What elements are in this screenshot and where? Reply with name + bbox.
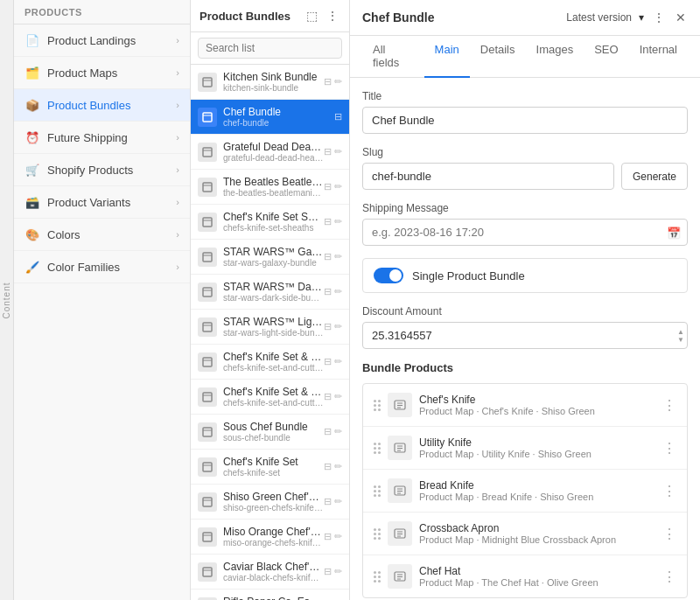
product-item-more-button[interactable]: ⋮ <box>662 483 676 499</box>
detail-panel: Chef Bundle Latest version ▾ ⋮ ✕ All fie… <box>350 0 700 600</box>
slug-row: Generate <box>362 163 688 190</box>
title-input[interactable] <box>362 107 688 134</box>
tab-all-fields[interactable]: All fields <box>362 36 424 78</box>
drag-handle[interactable] <box>374 400 381 411</box>
bundle-info: STAR WARS™ Light Sid... star-wars-light-… <box>223 316 324 338</box>
title-label: Title <box>362 90 688 102</box>
bundle-list-item[interactable]: Chef's Knife Set Sheaths chefs-knife-set… <box>191 205 349 240</box>
product-item-name: Bread Knife <box>419 479 655 492</box>
bundle-list-item[interactable]: Rifle Paper Co. Essential... rifle-paper… <box>191 590 349 600</box>
filter-icon: ⊟ <box>324 356 332 367</box>
drag-handle[interactable] <box>374 485 381 497</box>
slug-input[interactable] <box>362 163 614 190</box>
tab-main[interactable]: Main <box>424 36 470 78</box>
detail-panel-title: Chef Bundle <box>362 10 434 24</box>
product-item-sub: Product Map · The Chef Hat · Olive Green <box>419 577 655 588</box>
bundle-list-item[interactable]: STAR WARS™ Dark Side... star-wars-dark-s… <box>191 275 349 310</box>
bundle-slug: chefs-knife-set-and-cutting-... <box>223 398 324 408</box>
bundle-list-item[interactable]: STAR WARS™ Galaxy B... star-wars-galaxy-… <box>191 240 349 275</box>
product-icon <box>388 521 412 546</box>
detail-content: Title Slug Generate Shipping Message 📅 <box>350 78 700 600</box>
shipping-message-input[interactable] <box>362 219 688 246</box>
product-item-more-button[interactable]: ⋮ <box>662 526 676 542</box>
tab-internal[interactable]: Internal <box>629 36 688 78</box>
sidebar-item-shopify-products[interactable]: 🛒 Shopify Products › <box>14 154 190 186</box>
generate-button[interactable]: Generate <box>621 163 688 190</box>
more-options-icon[interactable]: ⋮ <box>325 7 340 24</box>
detail-header: Chef Bundle Latest version ▾ ⋮ ✕ <box>350 0 700 36</box>
bundle-list-item[interactable]: Caviar Black Chef's Knif... caviar-black… <box>191 555 349 590</box>
product-item-more-button[interactable]: ⋮ <box>662 440 676 457</box>
product-item-more-button[interactable]: ⋮ <box>662 569 676 585</box>
edit-icon: ✏ <box>334 76 342 87</box>
sidebar-item-colors[interactable]: 🎨 Colors › <box>14 219 190 251</box>
middle-panel: Product Bundles ⬚ ⋮ Kitchen Sink Bundle … <box>191 0 350 600</box>
tab-images[interactable]: Images <box>526 36 584 78</box>
edit-icon[interactable]: ⬚ <box>304 7 319 24</box>
single-product-bundle-toggle[interactable] <box>374 268 403 283</box>
svg-rect-10 <box>203 253 212 262</box>
middle-panel-header: Product Bundles ⬚ ⋮ <box>191 0 349 32</box>
version-dropdown[interactable]: ▾ <box>639 11 644 24</box>
chevron-right-icon: › <box>176 229 179 240</box>
tab-details[interactable]: Details <box>470 36 526 78</box>
bundle-name: Caviar Black Chef's Knif... <box>223 561 324 573</box>
bundle-list-item[interactable]: Grateful Dead Dead Hea... grateful-dead-… <box>191 135 349 170</box>
bundle-list-item[interactable]: Chef's Knife Set chefs-knife-set ⊟ ✏ <box>191 450 349 485</box>
edit-icon: ✏ <box>334 216 342 227</box>
bundle-product-item: Bread Knife Product Map · Bread Knife · … <box>363 470 687 513</box>
drag-handle[interactable] <box>374 571 381 583</box>
sidebar-item-product-landings[interactable]: 📄 Product Landings › <box>14 24 190 57</box>
search-input[interactable] <box>198 38 342 59</box>
chevron-right-icon: › <box>176 197 179 207</box>
bundle-thumb <box>198 317 217 337</box>
bundle-list-item[interactable]: Miso Orange Chef's Knif... miso-orange-c… <box>191 520 349 555</box>
bundle-thumb <box>198 213 217 232</box>
bundle-item-icons: ⊟ ✏ <box>324 391 342 402</box>
bundle-list-item[interactable]: Chef's Knife Set & Cutti... chefs-knife-… <box>191 380 349 415</box>
bundle-product-item: Crossback Apron Product Map · Midnight B… <box>363 513 687 555</box>
increment-arrow[interactable]: ▲ <box>677 328 684 335</box>
colors-label: Colors <box>47 228 176 241</box>
drag-handle[interactable] <box>374 528 381 540</box>
svg-rect-2 <box>203 113 212 122</box>
sidebar-item-product-maps[interactable]: 🗂️ Product Maps › <box>14 57 190 89</box>
bundle-info: The Beatles Beatlemani... the-beatles-be… <box>223 176 324 198</box>
sidebar-item-product-variants[interactable]: 🗃️ Product Variants › <box>14 186 190 219</box>
sidebar-header: Products <box>14 0 190 24</box>
bundle-list-item[interactable]: Sous Chef Bundle sous-chef-bundle ⊟ ✏ <box>191 415 349 450</box>
filter-icon: ⊟ <box>324 321 332 332</box>
bundle-product-item: Chef Hat Product Map · The Chef Hat · Ol… <box>363 555 687 597</box>
discount-amount-input[interactable] <box>362 322 688 349</box>
svg-rect-28 <box>203 568 212 576</box>
bundle-item-icons: ⊟ ✏ <box>324 321 342 332</box>
bundle-slug: kitchen-sink-bundle <box>223 83 324 93</box>
sidebar-item-product-bundles[interactable]: 📦 Product Bundles › <box>14 89 190 122</box>
sidebar-item-future-shipping[interactable]: ⏰ Future Shipping › <box>14 122 190 154</box>
bundle-list-item[interactable]: Chef Bundle chef-bundle ⊟ <box>191 100 349 135</box>
detail-close-icon[interactable]: ✕ <box>674 9 688 26</box>
bundle-info: Caviar Black Chef's Knif... caviar-black… <box>223 561 324 583</box>
bundle-info: Chef's Knife Set & Cutti... chefs-knife-… <box>223 386 324 408</box>
bundle-list-item[interactable]: STAR WARS™ Light Sid... star-wars-light-… <box>191 310 349 345</box>
single-product-bundle-row: Single Product Bundle <box>362 258 688 293</box>
bundle-list-item[interactable]: Chef's Knife Set & Cutti... chefs-knife-… <box>191 345 349 380</box>
drag-handle[interactable] <box>374 443 381 454</box>
svg-rect-16 <box>203 358 212 366</box>
bundle-list-item[interactable]: The Beatles Beatlemani... the-beatles-be… <box>191 170 349 205</box>
detail-more-icon[interactable]: ⋮ <box>651 9 667 26</box>
bundle-item-icons: ⊟ ✏ <box>324 181 342 192</box>
bundle-item-icons: ⊟ <box>334 111 342 122</box>
decrement-arrow[interactable]: ▼ <box>677 336 684 343</box>
bundle-list-item[interactable]: Kitchen Sink Bundle kitchen-sink-bundle … <box>191 65 349 100</box>
filter-icon: ⊟ <box>334 111 342 122</box>
color-families-icon: 🖌️ <box>24 259 40 275</box>
tab-seo[interactable]: SEO <box>584 36 628 78</box>
product-item-more-button[interactable]: ⋮ <box>662 397 676 414</box>
bundle-thumb <box>198 562 217 582</box>
edit-icon: ✏ <box>334 426 342 437</box>
sidebar-item-color-families[interactable]: 🖌️ Color Families › <box>14 251 190 283</box>
middle-panel-title: Product Bundles <box>200 10 290 23</box>
bundle-list-item[interactable]: Shiso Green Chef's Knif... shiso-green-c… <box>191 485 349 520</box>
edit-icon: ✏ <box>334 461 342 472</box>
